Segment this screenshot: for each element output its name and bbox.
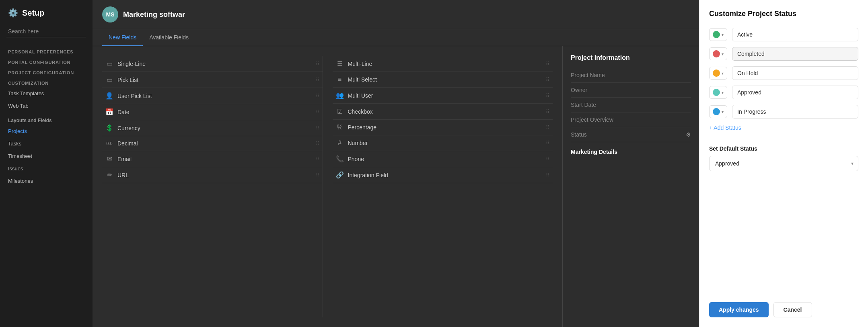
chevron-down-icon: ▾ [722,52,724,56]
field-number[interactable]: # Number ⠿ [333,135,553,151]
status-row-approved: ▾ [709,86,858,99]
color-circle-completed [713,50,720,57]
field-start-date: Start Date [571,98,691,112]
field-multi-select[interactable]: ≡ Multi Select ⠿ [333,72,553,88]
cancel-button[interactable]: Cancel [773,302,812,317]
color-picker-approved[interactable]: ▾ [709,86,727,99]
sidebar-item-timesheet[interactable]: Timesheet [0,150,93,162]
drag-handle[interactable]: ⠿ [316,156,319,162]
sidebar-item-task-templates[interactable]: Task Templates [0,87,93,100]
field-email[interactable]: ✉ Email ⠿ [102,151,323,167]
project-title: Marketing softwar [123,10,185,19]
section-portal-config: PORTAL CONFIGURATION [0,56,93,66]
field-phone[interactable]: 📞 Phone ⠿ [333,151,553,167]
layouts-and-fields-label: Layouts and Fields [0,112,93,125]
search-input[interactable] [6,26,86,37]
percentage-icon: % [336,124,344,131]
default-status-select[interactable]: Active Completed On Hold Approved In Pro… [709,156,858,171]
drag-handle[interactable]: ⠿ [546,77,549,82]
drag-handle[interactable]: ⠿ [546,156,549,162]
status-input-approved[interactable] [732,86,858,99]
date-icon: 📅 [105,108,113,116]
drag-handle[interactable]: ⠿ [546,61,549,67]
field-label: Multi-Line [348,61,372,67]
field-label: Number [348,140,368,146]
field-owner: Owner [571,83,691,98]
drag-handle[interactable]: ⠿ [316,61,319,67]
phone-icon: 📞 [336,155,344,163]
checkbox-icon: ☑ [336,108,344,115]
field-project-name: Project Name [571,68,691,83]
drag-handle[interactable]: ⠿ [316,93,319,99]
customize-title: Customize Project Status [709,10,858,18]
avatar: MS [102,6,118,22]
color-circle-active [713,31,720,38]
drag-handle[interactable]: ⠿ [546,172,549,178]
customize-panel: Customize Project Status ▾ ▾ ▾ ▾ [699,0,868,327]
default-status-select-wrapper: Active Completed On Hold Approved In Pro… [709,156,858,171]
drag-handle[interactable]: ⠿ [546,109,549,114]
chevron-down-icon: ▾ [722,33,724,37]
drag-handle[interactable]: ⠿ [316,125,319,131]
add-status-button[interactable]: + Add Status [709,125,741,131]
integration-icon: 🔗 [336,171,344,179]
color-picker-active[interactable]: ▾ [709,28,727,41]
color-picker-in-progress[interactable]: ▾ [709,105,727,118]
status-row-in-progress: ▾ [709,105,858,119]
field-percentage[interactable]: % Percentage ⠿ [333,120,553,135]
field-url[interactable]: ✏ URL ⠿ [102,167,323,183]
apply-changes-button[interactable]: Apply changes [709,302,769,317]
field-pick-list[interactable]: ▭ Pick List ⠿ [102,72,323,88]
field-multi-user[interactable]: 👥 Multi User ⠿ [333,88,553,104]
settings-icon[interactable]: ⚙ [686,131,691,138]
field-decimal[interactable]: 0.0 Decimal ⠿ [102,136,323,151]
color-picker-on-hold[interactable]: ▾ [709,67,727,80]
field-user-pick-list[interactable]: 👤 User Pick List ⠿ [102,88,323,104]
email-icon: ✉ [105,155,113,163]
multi-select-icon: ≡ [336,76,344,83]
status-input-active[interactable] [732,28,858,41]
field-currency[interactable]: 💲 Currency ⠿ [102,120,323,136]
field-checkbox[interactable]: ☑ Checkbox ⠿ [333,104,553,120]
status-row-active: ▾ [709,28,858,41]
drag-handle[interactable]: ⠿ [546,140,549,146]
drag-handle[interactable]: ⠿ [546,93,549,98]
field-label: Percentage [348,124,377,131]
field-label: Decimal [117,140,138,147]
sidebar-header: ⚙️ Setup [0,8,93,26]
number-icon: # [336,139,344,147]
color-circle-in-progress [713,108,720,115]
drag-handle[interactable]: ⠿ [546,125,549,130]
field-date[interactable]: 📅 Date ⠿ [102,104,323,120]
project-info-panel: Project Information Project Name Owner S… [562,46,699,327]
sidebar-item-milestones[interactable]: Milestones [0,175,93,187]
drag-handle[interactable]: ⠿ [316,77,319,83]
main-content: MS Marketing softwar New Fields Availabl… [93,0,699,327]
field-label: Single-Line [117,61,146,67]
sidebar-item-projects[interactable]: Projects [0,125,93,137]
sidebar-item-tasks[interactable]: Tasks [0,137,93,150]
field-single-line[interactable]: ▭ Single-Line ⠿ [102,56,323,72]
field-label: URL [117,172,129,178]
status-input-on-hold[interactable] [732,66,858,80]
field-label: Phone [348,156,364,162]
tab-new-fields[interactable]: New Fields [102,29,143,46]
field-multi-line[interactable]: ☰ Multi-Line ⠿ [333,56,553,72]
user-pick-list-icon: 👤 [105,92,113,100]
tab-available-fields[interactable]: Available Fields [143,29,195,46]
sidebar-item-issues[interactable]: Issues [0,162,93,175]
status-input-completed[interactable] [732,47,858,61]
gear-icon: ⚙️ [8,8,18,18]
drag-handle[interactable]: ⠿ [316,141,319,146]
field-integration[interactable]: 🔗 Integration Field ⠿ [333,167,553,183]
sidebar: ⚙️ Setup PERSONAL PREFERENCES PORTAL CON… [0,0,93,327]
sidebar-item-web-tab[interactable]: Web Tab [0,100,93,112]
field-status: Status ⚙ [571,127,691,142]
drag-handle[interactable]: ⠿ [316,172,319,178]
color-circle-approved [713,89,720,96]
drag-handle[interactable]: ⠿ [316,109,319,115]
section-customization: CUSTOMIZATION [0,77,93,87]
status-input-in-progress[interactable] [732,105,858,119]
color-picker-completed[interactable]: ▾ [709,47,727,60]
topbar: MS Marketing softwar [93,0,699,29]
